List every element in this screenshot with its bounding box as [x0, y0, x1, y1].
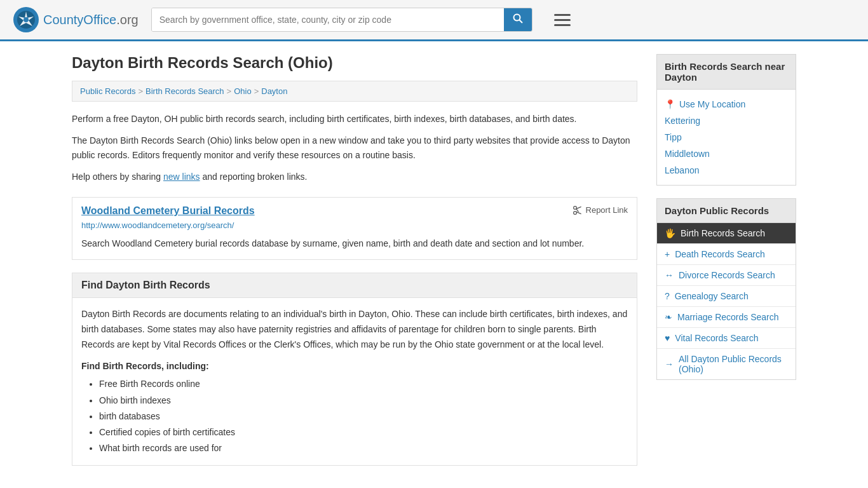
use-my-location-link[interactable]: Use My Location — [679, 99, 745, 109]
intro-paragraph-3: Help others by sharing new links and rep… — [72, 170, 637, 184]
breadcrumb-link-public-records[interactable]: Public Records — [80, 86, 135, 96]
nearby-location-link[interactable]: Lebanon — [665, 165, 700, 175]
breadcrumb-link-ohio[interactable]: Ohio — [234, 86, 251, 96]
breadcrumb-sep-2: > — [227, 86, 232, 96]
svg-point-6 — [573, 206, 576, 209]
intro-p3-suffix: and reporting broken links. — [200, 172, 308, 182]
sidebar-record-icon: ? — [665, 291, 670, 301]
sidebar-record-item[interactable]: 🖐Birth Records Search — [657, 223, 796, 244]
list-item: What birth records are used for — [99, 440, 628, 456]
sidebar-record-item[interactable]: ?Genealogy Search — [657, 286, 796, 307]
resource-card-header: Woodland Cemetery Burial Records Report … — [72, 198, 637, 219]
intro-paragraph-2: The Dayton Birth Records Search (Ohio) l… — [72, 133, 637, 162]
nearby-location-link[interactable]: Tipp — [665, 132, 682, 142]
resource-card: Woodland Cemetery Burial Records Report … — [72, 197, 637, 260]
content-area: Dayton Birth Records Search (Ohio) Publi… — [72, 54, 637, 466]
sidebar-public-records-body: 🖐Birth Records Search+Death Records Sear… — [656, 223, 796, 380]
find-including-label: Find Birth Records, including: — [81, 361, 628, 371]
main-layout: Dayton Birth Records Search (Ohio) Publi… — [59, 41, 809, 478]
svg-point-3 — [24, 17, 29, 22]
search-button[interactable] — [504, 8, 532, 31]
find-list: Free Birth Records onlineOhio birth inde… — [81, 376, 628, 456]
sidebar-record-icon: ↔ — [665, 270, 674, 280]
sidebar-record-item[interactable]: +Death Records Search — [657, 244, 796, 265]
nearby-location-item: Tipp — [665, 129, 788, 146]
nearby-location-item: Middletown — [665, 146, 788, 162]
report-link-button[interactable]: Report Link — [573, 205, 628, 215]
menu-line-1 — [554, 14, 571, 16]
svg-point-4 — [513, 15, 520, 21]
svg-line-10 — [576, 209, 579, 212]
sidebar-record-label: Marriage Records Search — [677, 312, 779, 322]
sidebar-record-label: Genealogy Search — [675, 291, 749, 301]
intro-paragraph-1: Perform a free Dayton, OH public birth r… — [72, 112, 637, 126]
find-section: Find Dayton Birth Records Dayton Birth R… — [72, 273, 637, 466]
find-section-body: Dayton Birth Records are documents relat… — [72, 298, 637, 466]
nearby-location-item: Kettering — [665, 112, 788, 129]
resource-description: Search Woodland Cemetery burial records … — [72, 231, 637, 259]
search-bar — [151, 8, 532, 32]
sidebar-record-item[interactable]: ↔Divorce Records Search — [657, 265, 796, 286]
sidebar-record-item[interactable]: ♥Vital Records Search — [657, 328, 796, 349]
sidebar-nearby-title: Birth Records Search near Dayton — [656, 54, 796, 90]
search-icon — [513, 13, 523, 24]
sidebar-record-label: All Dayton Public Records (Ohio) — [679, 354, 788, 374]
nearby-location-link[interactable]: Kettering — [665, 116, 700, 126]
breadcrumb-sep-1: > — [138, 86, 143, 96]
sidebar-nearby-body: 📍 Use My Location KetteringTippMiddletow… — [656, 90, 796, 186]
svg-point-7 — [573, 211, 576, 214]
logo-text: CountyOffice.org — [43, 13, 139, 27]
list-item: Free Birth Records online — [99, 376, 628, 392]
page-title: Dayton Birth Records Search (Ohio) — [72, 54, 637, 72]
menu-line-2 — [554, 19, 571, 21]
logo[interactable]: CountyOffice.org — [13, 6, 139, 33]
hamburger-menu-button[interactable] — [552, 11, 573, 29]
sidebar-record-icon: 🖐 — [665, 228, 675, 238]
find-section-heading: Find Dayton Birth Records — [72, 273, 637, 298]
breadcrumb-sep-3: > — [254, 86, 259, 96]
report-icon — [573, 205, 583, 215]
svg-line-5 — [519, 20, 522, 24]
sidebar: Birth Records Search near Dayton 📍 Use M… — [656, 54, 796, 466]
nearby-location-item: Lebanon — [665, 162, 788, 179]
search-input[interactable] — [152, 8, 504, 31]
list-item: Ohio birth indexes — [99, 393, 628, 409]
list-item: Certified copies of birth certificates — [99, 424, 628, 440]
list-item: birth databases — [99, 409, 628, 424]
resource-url[interactable]: http://www.woodlandcemetery.org/search/ — [72, 219, 637, 231]
svg-line-9 — [576, 212, 581, 214]
sidebar-record-label: Birth Records Search — [681, 228, 765, 238]
breadcrumb-link-dayton[interactable]: Dayton — [261, 86, 287, 96]
find-body-text: Dayton Birth Records are documents relat… — [81, 307, 628, 352]
logo-icon — [13, 6, 39, 33]
breadcrumb-link-birth-records[interactable]: Birth Records Search — [146, 86, 224, 96]
nearby-location-link[interactable]: Middletown — [665, 149, 710, 159]
header: CountyOffice.org — [0, 0, 868, 41]
svg-line-8 — [576, 207, 581, 208]
sidebar-record-icon: + — [665, 249, 670, 259]
new-links-link[interactable]: new links — [163, 172, 200, 182]
sidebar-record-label: Vital Records Search — [675, 333, 758, 343]
sidebar-record-icon: ❧ — [665, 312, 672, 322]
sidebar-public-records: Dayton Public Records 🖐Birth Records Sea… — [656, 198, 796, 380]
menu-line-3 — [554, 24, 571, 26]
sidebar-public-records-title: Dayton Public Records — [656, 198, 796, 223]
sidebar-record-icon: → — [665, 359, 674, 369]
breadcrumb: Public Records > Birth Records Search > … — [72, 81, 637, 102]
sidebar-record-icon: ♥ — [665, 333, 670, 343]
use-my-location-item[interactable]: 📍 Use My Location — [665, 96, 788, 112]
intro-p3-prefix: Help others by sharing — [72, 172, 163, 182]
sidebar-record-label: Death Records Search — [675, 249, 765, 259]
report-link-label: Report Link — [586, 205, 628, 215]
sidebar-record-item[interactable]: ❧Marriage Records Search — [657, 307, 796, 328]
nearby-locations-list: KetteringTippMiddletownLebanon — [665, 112, 788, 179]
sidebar-nearby: Birth Records Search near Dayton 📍 Use M… — [656, 54, 796, 186]
sidebar-record-item[interactable]: →All Dayton Public Records (Ohio) — [657, 349, 796, 379]
location-pin-icon: 📍 — [665, 99, 675, 109]
sidebar-record-label: Divorce Records Search — [679, 270, 775, 280]
resource-title-link[interactable]: Woodland Cemetery Burial Records — [81, 205, 255, 217]
